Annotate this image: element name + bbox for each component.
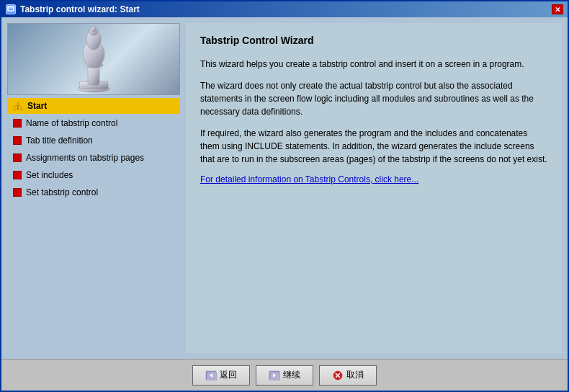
right-panel: Tabstrip Control Wizard This wizard help… <box>186 23 562 353</box>
window-icon <box>6 4 16 14</box>
sidebar-item-set-includes-label: Set includes <box>26 170 73 180</box>
red-square-icon-4 <box>13 171 22 179</box>
red-square-icon-3 <box>13 153 22 162</box>
wizard-heading: Tabstrip Control Wizard <box>200 35 547 46</box>
bottom-bar: 返回 继续 取消 <box>1 359 568 391</box>
sidebar-item-tab-title[interactable]: Tab title definition <box>7 133 180 148</box>
svg-rect-16 <box>270 372 280 380</box>
back-button[interactable]: 返回 <box>192 365 250 386</box>
close-button[interactable]: ✕ <box>552 4 563 14</box>
sidebar-item-name-tabstrip[interactable]: Name of tabstrip control <box>7 115 180 131</box>
sidebar-item-start[interactable]: ! Start <box>7 98 180 114</box>
sidebar-item-set-tabstrip[interactable]: Set tabstrip control <box>7 184 180 200</box>
back-label: 返回 <box>220 369 237 381</box>
wizard-paragraph-3: If required, the wizard also generates t… <box>200 127 547 166</box>
red-square-icon-2 <box>13 136 22 145</box>
nav-list: ! Start Name of tabstrip control Tab tit… <box>7 98 180 353</box>
continue-label: 继续 <box>283 369 300 381</box>
chess-piece-svg <box>72 25 115 94</box>
red-square-icon-5 <box>13 188 22 197</box>
svg-rect-0 <box>8 6 14 11</box>
back-icon <box>205 370 217 381</box>
red-square-icon <box>13 119 22 128</box>
wizard-link[interactable]: For detailed information on Tabstrip Con… <box>200 174 547 184</box>
continue-icon <box>269 370 280 381</box>
sidebar-item-start-label: Start <box>27 101 47 111</box>
sidebar-item-name-tabstrip-label: Name of tabstrip control <box>26 118 117 128</box>
sidebar-item-assignments[interactable]: Assignments on tabstrip pages <box>7 150 180 166</box>
window-title: Tabstrip control wizard: Start <box>20 4 140 14</box>
svg-text:!: ! <box>17 104 19 110</box>
continue-button[interactable]: 继续 <box>256 365 313 386</box>
title-bar-left: Tabstrip control wizard: Start <box>6 4 140 14</box>
wizard-paragraph-2: The wizard does not only create the actu… <box>200 79 547 118</box>
main-content: ! Start Name of tabstrip control Tab tit… <box>1 17 568 359</box>
cancel-label: 取消 <box>346 369 364 381</box>
hero-image <box>7 23 180 95</box>
cancel-button[interactable]: 取消 <box>319 365 377 386</box>
left-panel: ! Start Name of tabstrip control Tab tit… <box>7 23 180 353</box>
title-bar: Tabstrip control wizard: Start ✕ <box>1 1 568 17</box>
main-window: Tabstrip control wizard: Start ✕ <box>0 0 569 392</box>
sidebar-item-set-includes[interactable]: Set includes <box>7 167 180 183</box>
cancel-icon <box>332 370 344 381</box>
sidebar-item-set-tabstrip-label: Set tabstrip control <box>26 187 98 197</box>
sidebar-item-assignments-label: Assignments on tabstrip pages <box>26 153 144 163</box>
warning-icon: ! <box>13 101 23 111</box>
wizard-paragraph-1: This wizard helps you create a tabstrip … <box>200 58 547 71</box>
svg-point-9 <box>91 26 96 32</box>
sidebar-item-tab-title-label: Tab title definition <box>26 135 93 146</box>
